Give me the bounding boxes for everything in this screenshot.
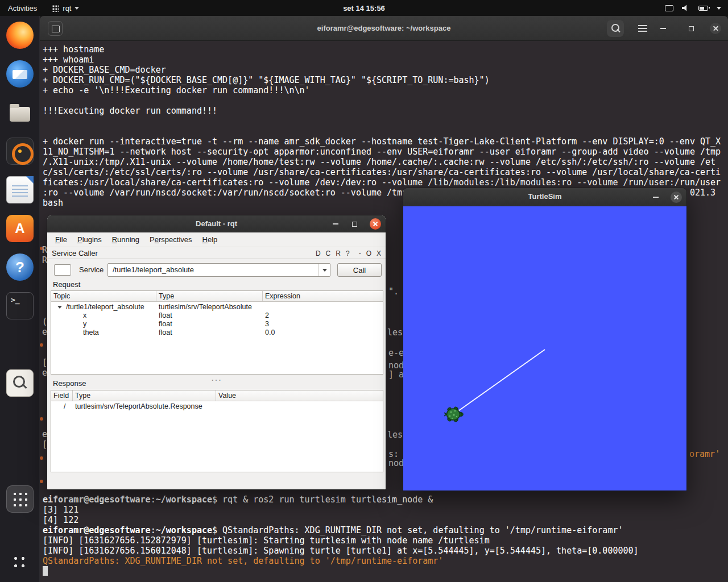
running-indicator-dot — [40, 417, 43, 421]
plugin-button-X[interactable]: X — [377, 250, 381, 257]
media-player-icon[interactable] — [6, 138, 34, 165]
request-table-row[interactable]: xfloat2 — [51, 311, 383, 320]
activities-button[interactable]: Activities — [6, 3, 39, 14]
close-button[interactable] — [710, 23, 721, 34]
window-title: TurtleSim — [403, 188, 686, 206]
terminal-line: !!!Executing docker run command!!! — [43, 106, 728, 116]
terminal-text-fragment: oramr' — [689, 449, 720, 459]
maximize-button[interactable] — [685, 23, 697, 34]
system-tray[interactable] — [665, 0, 721, 16]
minimize-button[interactable] — [657, 23, 669, 34]
maximize-button[interactable] — [349, 218, 360, 230]
service-filter-box[interactable] — [54, 264, 71, 276]
plugin-window-buttons: -OX — [359, 250, 381, 257]
desktop: Activities rqt set 14 15:56 eiforamr@edg… — [0, 0, 728, 582]
plugin-button-?[interactable]: ? — [346, 250, 350, 257]
terminal-line: eiforamr@edgesoftware:~/workspace$ rqt &… — [43, 494, 728, 505]
splitter-handle[interactable] — [47, 375, 386, 379]
rqt-body: Service Caller DCR? -OX Service /turtle1… — [47, 247, 386, 489]
turtle-trail — [403, 206, 687, 491]
column-header-topic[interactable]: Topic — [51, 291, 156, 301]
terminal-line: 11_NO_MITSHM=1 --network host --security… — [43, 147, 728, 157]
response-table-body: /turtlesim/srv/TeleportAbsolute.Response — [51, 401, 383, 411]
menu-icon[interactable] — [638, 25, 647, 32]
terminal-line: [4] 122 — [43, 515, 728, 525]
turtlesim-window: TurtleSim — [403, 188, 687, 491]
request-table-row[interactable]: /turtle1/teleport_absoluteturtlesim/srv/… — [51, 303, 383, 311]
terminal-icon[interactable] — [6, 292, 34, 319]
terminal-header[interactable]: eiforamr@edgesoftware: ~/workspace — [40, 16, 728, 41]
app-grid-icon — [52, 5, 59, 12]
terminal-title: eiforamr@edgesoftware: ~/workspace — [40, 16, 728, 40]
rqt-window: Default - rqt FilePluginsRunningPerspect… — [47, 215, 386, 490]
minimize-button[interactable] — [650, 192, 661, 203]
response-table-header: Field Type Value — [51, 390, 383, 401]
close-button[interactable] — [370, 218, 381, 230]
close-button[interactable] — [671, 192, 682, 203]
show-applications-icon[interactable] — [6, 549, 34, 576]
menu-file[interactable]: File — [51, 234, 72, 246]
minimize-button[interactable] — [330, 218, 341, 230]
screen-share-icon[interactable] — [665, 5, 673, 11]
menu-help[interactable]: Help — [198, 234, 222, 246]
service-combobox-value: /turtle1/teleport_absolute — [113, 264, 194, 276]
request-table-row[interactable]: yfloat3 — [51, 320, 383, 329]
service-row: Service /turtle1/teleport_absolute Call — [47, 262, 386, 278]
clock[interactable]: set 14 15:56 — [0, 4, 728, 13]
libreoffice-writer-icon[interactable] — [6, 176, 34, 203]
running-indicator-dot — [40, 343, 43, 347]
chevron-down-icon[interactable] — [717, 7, 721, 10]
column-header-type[interactable]: Type — [73, 390, 216, 401]
column-header-type[interactable]: Type — [156, 291, 263, 301]
turtlesim-titlebar[interactable]: TurtleSim — [403, 188, 686, 206]
app-grid-icon[interactable] — [6, 485, 34, 513]
terminal-output-top: +++ hostname+++ whoami+ DOCKER_BASE_CMD=… — [43, 44, 728, 208]
menu-perspectives[interactable]: Perspectives — [145, 234, 196, 246]
column-header-field[interactable]: Field — [51, 390, 73, 401]
terminal-text-fragment: e-e — [388, 348, 404, 358]
terminal-line — [43, 116, 728, 126]
search-icon[interactable] — [607, 20, 624, 37]
turtlesim-canvas — [403, 206, 687, 491]
ubuntu-software-icon[interactable] — [6, 215, 34, 242]
plugin-button-R[interactable]: R — [336, 250, 341, 257]
column-header-value[interactable]: Value — [216, 390, 383, 401]
rqt-menubar: FilePluginsRunningPerspectivesHelp — [47, 232, 386, 247]
call-button[interactable]: Call — [337, 263, 382, 277]
request-table-row[interactable]: thetafloat0.0 — [51, 329, 383, 337]
help-icon[interactable] — [6, 253, 34, 281]
plugin-button-O[interactable]: O — [366, 250, 371, 257]
dock — [0, 16, 40, 582]
terminal-line: +++ hostname — [43, 44, 728, 55]
screenshot-tool-icon[interactable] — [6, 369, 34, 397]
expander-icon[interactable] — [57, 306, 62, 309]
top-bar: Activities rqt set 14 15:56 — [0, 0, 728, 16]
terminal-output-bottom: eiforamr@edgesoftware:~/workspace$ rqt &… — [43, 494, 728, 566]
running-indicator-dot — [40, 456, 43, 460]
request-table: Topic Type Expression /turtle1/teleport_… — [51, 290, 383, 375]
terminal-line: + docker run --interactive=true -t --rm … — [43, 136, 728, 147]
firefox-icon[interactable] — [6, 22, 34, 49]
response-table-row[interactable]: /turtlesim/srv/TeleportAbsolute.Response — [51, 402, 383, 411]
battery-icon[interactable] — [698, 6, 708, 11]
service-combobox[interactable]: /turtle1/teleport_absolute — [107, 263, 330, 277]
service-label: Service — [79, 265, 104, 274]
menu-plugins[interactable]: Plugins — [73, 234, 106, 246]
terminal-line — [43, 126, 728, 136]
volume-icon[interactable] — [682, 5, 690, 11]
new-tab-button[interactable] — [48, 21, 63, 36]
chevron-down-icon — [318, 264, 330, 276]
menu-running[interactable]: Running — [107, 234, 144, 246]
terminal-line: /.X11-unix:/tmp/.X11-unix --volume /home… — [43, 157, 728, 167]
thunderbird-icon[interactable] — [6, 60, 34, 88]
plugin-button--[interactable]: - — [359, 250, 361, 257]
column-header-expression[interactable]: Expression — [263, 291, 383, 301]
files-icon[interactable] — [6, 99, 34, 126]
plugin-button-C[interactable]: C — [326, 250, 331, 257]
terminal-line: ficates:/usr/local/share/ca-certificates… — [43, 177, 728, 188]
response-label: Response — [53, 379, 86, 388]
service-caller-header: Service Caller DCR? -OX — [47, 248, 386, 259]
rqt-titlebar[interactable]: Default - rqt — [47, 215, 386, 232]
app-menu[interactable]: rqt — [52, 4, 79, 13]
plugin-button-D[interactable]: D — [316, 250, 321, 257]
